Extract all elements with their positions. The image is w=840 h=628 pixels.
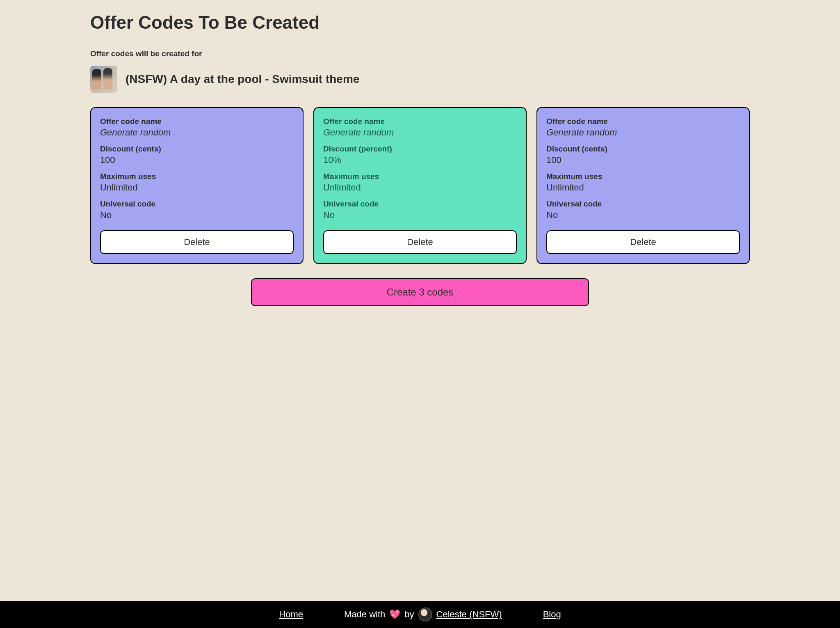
field-label-name: Offer code name xyxy=(100,117,294,126)
cards-row: Offer code name Generate random Discount… xyxy=(90,107,750,264)
by-text: by xyxy=(404,609,414,620)
field-value-maxuses: Unlimited xyxy=(100,182,294,193)
product-title: (NSFW) A day at the pool - Swimsuit them… xyxy=(126,73,359,86)
field-label-maxuses: Maximum uses xyxy=(323,172,517,181)
field-value-discount: 100 xyxy=(546,155,740,165)
field-label-maxuses: Maximum uses xyxy=(546,172,740,181)
field-label-discount: Discount (cents) xyxy=(100,144,294,154)
delete-button[interactable]: Delete xyxy=(546,230,740,254)
field-value-name: Generate random xyxy=(546,127,740,138)
footer: Home Made with 💖 by Celeste (NSFW) Blog xyxy=(0,601,840,628)
product-row: (NSFW) A day at the pool - Swimsuit them… xyxy=(90,66,750,93)
field-label-maxuses: Maximum uses xyxy=(100,172,294,181)
create-codes-button[interactable]: Create 3 codes xyxy=(251,278,589,306)
field-label-universal: Universal code xyxy=(546,199,740,209)
field-label-name: Offer code name xyxy=(546,117,740,126)
delete-button[interactable]: Delete xyxy=(323,230,517,254)
field-value-maxuses: Unlimited xyxy=(323,182,517,193)
footer-home-link[interactable]: Home xyxy=(279,609,303,620)
field-label-discount: Discount (percent) xyxy=(323,144,517,154)
field-value-universal: No xyxy=(323,210,517,220)
offer-code-card: Offer code name Generate random Discount… xyxy=(313,107,527,264)
footer-blog-link[interactable]: Blog xyxy=(543,609,561,620)
field-value-discount: 10% xyxy=(323,155,517,165)
field-value-name: Generate random xyxy=(323,127,517,138)
author-avatar xyxy=(418,607,432,621)
field-value-maxuses: Unlimited xyxy=(546,182,740,193)
subtitle: Offer codes will be created for xyxy=(90,49,750,58)
offer-code-card: Offer code name Generate random Discount… xyxy=(536,107,750,264)
field-value-name: Generate random xyxy=(100,127,294,138)
field-value-universal: No xyxy=(100,210,294,220)
field-label-universal: Universal code xyxy=(100,199,294,209)
heart-icon: 💖 xyxy=(389,609,400,620)
offer-code-card: Offer code name Generate random Discount… xyxy=(90,107,304,264)
product-thumbnail xyxy=(90,66,117,93)
footer-credits: Made with 💖 by Celeste (NSFW) xyxy=(344,607,502,621)
field-label-discount: Discount (cents) xyxy=(546,144,740,154)
delete-button[interactable]: Delete xyxy=(100,230,294,254)
field-value-discount: 100 xyxy=(100,155,294,165)
made-with-text: Made with xyxy=(344,609,385,620)
field-label-universal: Universal code xyxy=(323,199,517,209)
field-value-universal: No xyxy=(546,210,740,220)
footer-author-link[interactable]: Celeste (NSFW) xyxy=(436,609,502,620)
page-title: Offer Codes To Be Created xyxy=(90,12,750,33)
field-label-name: Offer code name xyxy=(323,117,517,126)
